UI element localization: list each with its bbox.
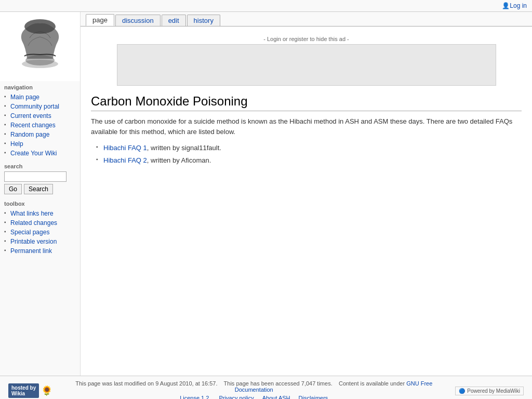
list-item: Hibachi FAQ 2, written by Aficoman.	[96, 154, 522, 167]
main-content: page discussion edit history - Login or …	[81, 12, 532, 376]
hosted-by-text: hosted by	[11, 385, 36, 391]
footer: hosted by Wikia 🌻 This page was last mod…	[0, 376, 532, 399]
about-ash-link[interactable]: About ASH	[262, 395, 290, 399]
site-logo	[0, 12, 80, 81]
search-input[interactable]	[4, 171, 66, 182]
privacy-policy-link[interactable]: Privacy policy	[219, 395, 254, 399]
list-item: Hibachi FAQ 1, written by signal11fault.	[96, 142, 522, 154]
page-title: Carbon Monoxide Poisoning	[91, 94, 522, 111]
mediawiki-label: Powered by MediaWiki	[467, 388, 520, 394]
sidebar-item-related-changes[interactable]: Related changes	[4, 218, 76, 228]
faq2-suffix: , written by Aficoman.	[147, 156, 211, 164]
search-section: search Go Search	[0, 160, 80, 197]
sidebar-item-printable-version[interactable]: Printable version	[4, 237, 76, 246]
tab-discussion[interactable]: discussion	[115, 15, 161, 26]
mediawiki-icon: 🔵	[459, 388, 465, 394]
login-link[interactable]: Log in	[510, 2, 527, 9]
toolbox-title: toolbox	[4, 201, 76, 207]
wikia-logo: hosted by Wikia	[8, 383, 39, 398]
sidebar-item-what-links-here[interactable]: What links here	[4, 209, 76, 218]
sidebar-item-main-page[interactable]: Main page	[4, 92, 76, 102]
ad-box	[117, 44, 496, 86]
sidebar-item-current-events[interactable]: Current events	[4, 111, 76, 121]
license-link[interactable]: License 1.2.	[180, 395, 210, 399]
footer-logo: hosted by Wikia 🌻	[8, 383, 52, 398]
layout: navigation Main page Community portal Cu…	[0, 12, 532, 376]
tabs-bar: page discussion edit history	[81, 12, 532, 26]
go-button[interactable]: Go	[4, 184, 22, 194]
footer-right: 🔵 Powered by MediaWiki	[455, 387, 524, 395]
logo-image	[11, 17, 69, 74]
sidebar-item-special-pages[interactable]: Special pages	[4, 228, 76, 237]
faq-list: Hibachi FAQ 1, written by signal11fault.…	[91, 142, 522, 166]
toolbox-list: What links here Related changes Special …	[4, 209, 76, 256]
search-title: search	[4, 163, 76, 169]
nav-list: Main page Community portal Current event…	[4, 92, 76, 158]
hibachi-faq2-link[interactable]: Hibachi FAQ 2	[103, 156, 147, 164]
sunflower-icon: 🌻	[41, 385, 52, 396]
ad-text: - Login or register to hide this ad -	[117, 36, 496, 42]
login-icon: 👤	[502, 2, 510, 9]
sidebar-item-recent-changes[interactable]: Recent changes	[4, 121, 76, 130]
sidebar: navigation Main page Community portal Cu…	[0, 12, 81, 376]
sidebar-item-help[interactable]: Help	[4, 139, 76, 149]
mediawiki-badge: 🔵 Powered by MediaWiki	[455, 387, 524, 395]
navigation-title: navigation	[4, 84, 76, 90]
sidebar-item-create-wiki[interactable]: Create Your Wiki	[4, 149, 76, 158]
content-area: - Login or register to hide this ad - Ca…	[81, 26, 532, 171]
toolbox-section: toolbox What links here Related changes …	[0, 197, 80, 258]
wikia-label: Wikia	[11, 391, 25, 396]
search-buttons: Go Search	[4, 184, 76, 194]
tab-page[interactable]: page	[86, 14, 114, 26]
footer-text: This page was last modified on 9 August …	[58, 380, 450, 399]
footer-modified-text: This page was last modified on 9 August …	[58, 380, 450, 393]
sidebar-item-community-portal[interactable]: Community portal	[4, 102, 76, 111]
tab-history[interactable]: history	[187, 15, 220, 26]
footer-links: License 1.2. Privacy policy About ASH Di…	[58, 395, 450, 399]
tab-edit[interactable]: edit	[162, 15, 186, 26]
faq1-suffix: , written by signal11fault.	[147, 144, 221, 152]
hibachi-faq1-link[interactable]: Hibachi FAQ 1	[103, 144, 147, 152]
license-prefix: Content is available under	[339, 380, 405, 387]
sidebar-item-permanent-link[interactable]: Permanent link	[4, 246, 76, 256]
disclaimers-link[interactable]: Disclaimers	[299, 395, 328, 399]
sidebar-item-random-page[interactable]: Random page	[4, 130, 76, 139]
navigation-section: navigation Main page Community portal Cu…	[0, 81, 80, 160]
page-intro: The use of carbon monoxide for a suicide…	[91, 116, 522, 137]
ad-banner: - Login or register to hide this ad -	[117, 36, 496, 86]
search-button[interactable]: Search	[24, 184, 53, 194]
page-body: The use of carbon monoxide for a suicide…	[91, 116, 522, 166]
top-bar: 👤 Log in	[0, 0, 532, 12]
